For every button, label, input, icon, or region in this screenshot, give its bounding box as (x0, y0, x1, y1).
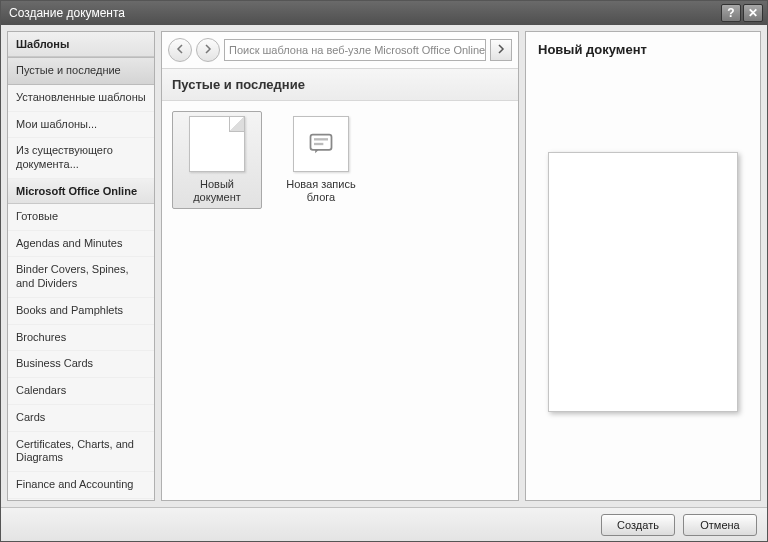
arrow-right-icon (496, 44, 506, 56)
sidebar-item[interactable]: Binder Covers, Spines, and Dividers (8, 257, 154, 298)
template-item[interactable]: Новая запись блога (276, 111, 366, 209)
cancel-button[interactable]: Отмена (683, 514, 757, 536)
search-input[interactable]: Поиск шаблона на веб-узле Microsoft Offi… (224, 39, 486, 61)
sidebar-item[interactable]: Мои шаблоны... (8, 112, 154, 139)
sidebar-item[interactable]: Finance and Accounting (8, 472, 154, 499)
dialog-title: Создание документа (9, 6, 719, 20)
sidebar-item[interactable]: Agendas and Minutes (8, 231, 154, 258)
sidebar-item[interactable]: Calendars (8, 378, 154, 405)
dialog-body: ШаблоныПустые и последниеУстановленные ш… (1, 25, 767, 507)
search-go-button[interactable] (490, 39, 512, 61)
arrow-right-icon (203, 44, 213, 56)
sidebar-item[interactable]: Certificates, Charts, and Diagrams (8, 432, 154, 473)
sidebar-item[interactable]: Books and Pamphlets (8, 298, 154, 325)
svg-rect-2 (314, 143, 323, 145)
svg-rect-1 (314, 138, 328, 140)
search-placeholder: Поиск шаблона на веб-узле Microsoft Offi… (229, 44, 485, 56)
sidebar-item[interactable]: Flyers (8, 499, 154, 501)
sidebar-item[interactable]: Готовые (8, 204, 154, 231)
preview-page-icon (548, 152, 738, 412)
preview-pane: Новый документ (525, 31, 761, 501)
document-icon (189, 116, 245, 172)
preview-title: Новый документ (526, 32, 760, 63)
section-header: Пустые и последние (162, 69, 518, 101)
help-button[interactable]: ? (721, 4, 741, 22)
back-button[interactable] (168, 38, 192, 62)
template-list: Новый документНовая запись блога (162, 101, 518, 500)
sidebar-header-templates: Шаблоны (8, 32, 154, 57)
blog-post-icon (293, 116, 349, 172)
sidebar-item[interactable]: Пустые и последние (8, 57, 154, 85)
close-button[interactable]: ✕ (743, 4, 763, 22)
sidebar-item[interactable]: Cards (8, 405, 154, 432)
forward-button[interactable] (196, 38, 220, 62)
titlebar: Создание документа ? ✕ (1, 1, 767, 25)
create-button[interactable]: Создать (601, 514, 675, 536)
close-icon: ✕ (748, 6, 758, 20)
dialog-footer: Создать Отмена (1, 507, 767, 541)
sidebar-header-online: Microsoft Office Online (8, 179, 154, 204)
arrow-left-icon (175, 44, 185, 56)
svg-rect-0 (311, 135, 332, 150)
center-pane: Поиск шаблона на веб-узле Microsoft Offi… (161, 31, 519, 501)
template-label: Новая запись блога (281, 178, 361, 204)
template-item[interactable]: Новый документ (172, 111, 262, 209)
preview-body (526, 63, 760, 500)
sidebar-item[interactable]: Brochures (8, 325, 154, 352)
template-label: Новый документ (177, 178, 257, 204)
sidebar-item[interactable]: Установленные шаблоны (8, 85, 154, 112)
nav-bar: Поиск шаблона на веб-узле Microsoft Offi… (162, 32, 518, 69)
sidebar-item[interactable]: Из существующего документа... (8, 138, 154, 179)
sidebar[interactable]: ШаблоныПустые и последниеУстановленные ш… (7, 31, 155, 501)
sidebar-item[interactable]: Business Cards (8, 351, 154, 378)
new-document-dialog: Создание документа ? ✕ ШаблоныПустые и п… (0, 0, 768, 542)
